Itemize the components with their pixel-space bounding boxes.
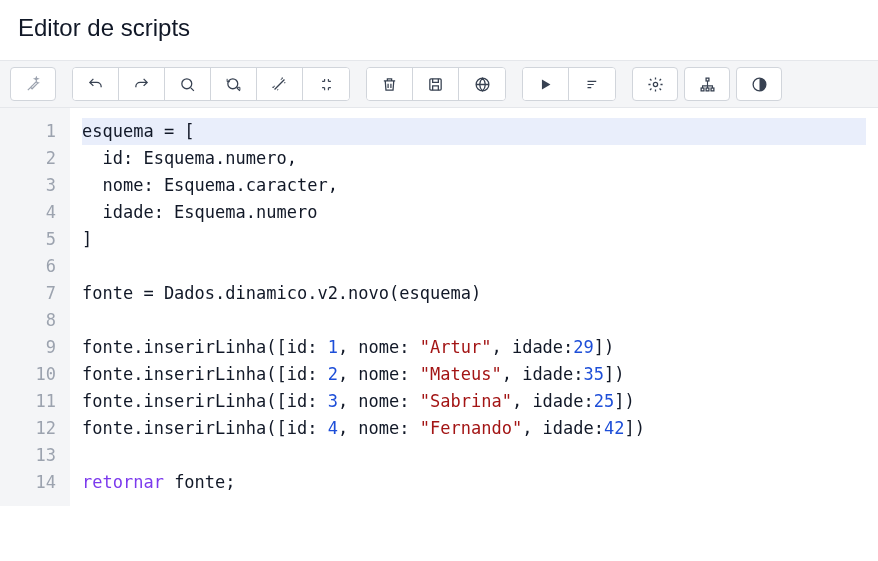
line-number: 10 bbox=[0, 361, 56, 388]
code-editor[interactable]: 1234567891011121314 esquema = [ id: Esqu… bbox=[0, 108, 878, 506]
globe-button[interactable] bbox=[459, 67, 505, 101]
code-line[interactable]: id: Esquema.numero, bbox=[82, 145, 866, 172]
code-line[interactable]: fonte.inserirLinha([id: 2, nome: "Mateus… bbox=[82, 361, 866, 388]
code-line[interactable] bbox=[82, 442, 866, 469]
line-number: 3 bbox=[0, 172, 56, 199]
code-line[interactable]: ] bbox=[82, 226, 866, 253]
svg-point-1 bbox=[228, 78, 238, 88]
play-button[interactable] bbox=[523, 67, 569, 101]
code-line[interactable]: idade: Esquema.numero bbox=[82, 199, 866, 226]
code-line[interactable]: esquema = [ bbox=[82, 118, 866, 145]
code-area[interactable]: esquema = [ id: Esquema.numero, nome: Es… bbox=[70, 108, 878, 506]
line-number: 6 bbox=[0, 253, 56, 280]
file-group bbox=[366, 67, 506, 101]
history-group bbox=[72, 67, 350, 101]
settings-button[interactable] bbox=[632, 67, 678, 101]
svg-rect-2 bbox=[430, 78, 441, 89]
line-number: 5 bbox=[0, 226, 56, 253]
tree-button[interactable] bbox=[684, 67, 730, 101]
svg-point-4 bbox=[653, 82, 657, 86]
save-button[interactable] bbox=[413, 67, 459, 101]
code-line[interactable]: fonte.inserirLinha([id: 1, nome: "Artur"… bbox=[82, 334, 866, 361]
svg-rect-8 bbox=[711, 88, 714, 91]
line-number: 1 bbox=[0, 118, 56, 145]
contrast-button[interactable] bbox=[736, 67, 782, 101]
line-number: 12 bbox=[0, 415, 56, 442]
svg-rect-7 bbox=[706, 88, 709, 91]
line-number: 2 bbox=[0, 145, 56, 172]
code-line[interactable]: fonte = Dados.dinamico.v2.novo(esquema) bbox=[82, 280, 866, 307]
line-number: 13 bbox=[0, 442, 56, 469]
collapse-button[interactable] bbox=[303, 67, 349, 101]
code-line[interactable] bbox=[82, 253, 866, 280]
sort-button[interactable] bbox=[569, 67, 615, 101]
delete-button[interactable] bbox=[367, 67, 413, 101]
line-number: 7 bbox=[0, 280, 56, 307]
page-title: Editor de scripts bbox=[0, 0, 878, 60]
toolbar bbox=[0, 60, 878, 108]
code-line[interactable]: fonte.inserirLinha([id: 4, nome: "Fernan… bbox=[82, 415, 866, 442]
redo-button[interactable] bbox=[119, 67, 165, 101]
line-number: 11 bbox=[0, 388, 56, 415]
replace-button[interactable] bbox=[211, 67, 257, 101]
autofix-button[interactable] bbox=[10, 67, 56, 101]
svg-rect-5 bbox=[706, 78, 709, 81]
line-number: 9 bbox=[0, 334, 56, 361]
svg-rect-6 bbox=[701, 88, 704, 91]
line-number: 4 bbox=[0, 199, 56, 226]
undo-button[interactable] bbox=[73, 67, 119, 101]
search-button[interactable] bbox=[165, 67, 211, 101]
line-number: 14 bbox=[0, 469, 56, 496]
line-gutter: 1234567891011121314 bbox=[0, 108, 70, 506]
code-line[interactable]: nome: Esquema.caracter, bbox=[82, 172, 866, 199]
svg-point-0 bbox=[182, 78, 192, 88]
code-line[interactable]: fonte.inserirLinha([id: 3, nome: "Sabrin… bbox=[82, 388, 866, 415]
line-number: 8 bbox=[0, 307, 56, 334]
wand-button[interactable] bbox=[257, 67, 303, 101]
run-group bbox=[522, 67, 616, 101]
code-line[interactable] bbox=[82, 307, 866, 334]
code-line[interactable]: retornar fonte; bbox=[82, 469, 866, 496]
